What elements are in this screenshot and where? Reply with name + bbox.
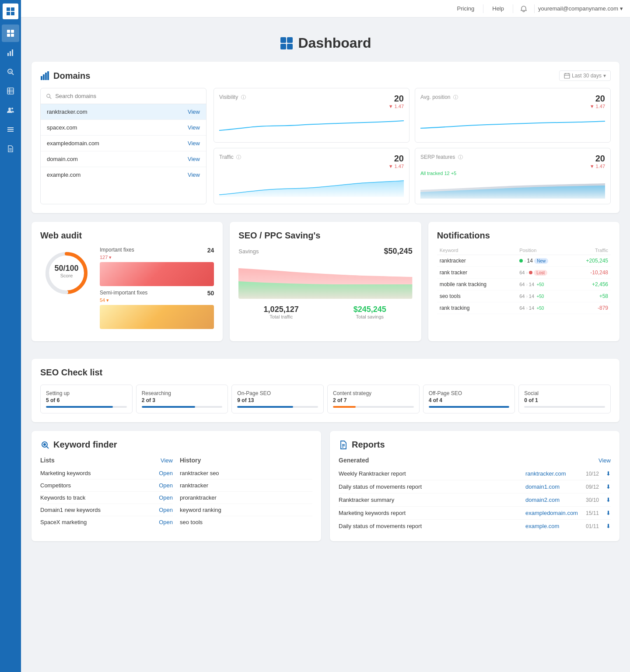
semi-important-fixes-row: Semi-important fixes 50 54 ▾ (100, 290, 214, 329)
svg-rect-1 (11, 7, 14, 11)
notifications-bell[interactable] (517, 2, 531, 16)
pricing-link[interactable]: Pricing (452, 4, 480, 14)
domain-row[interactable]: exampledomain.com View (41, 136, 206, 151)
sidebar-item-table[interactable] (2, 82, 19, 100)
sidebar-item-search[interactable]: w (2, 63, 19, 80)
checklist-item[interactable]: Social 0 of 1 (518, 385, 611, 413)
report-row: Weekly Ranktracker report ranktracker.co… (339, 467, 611, 480)
download-icon[interactable]: ⬇ (606, 510, 611, 516)
reports-icon (339, 440, 348, 450)
seo-checklist-section: SEO Check list Setting up 5 of 6 Researc… (32, 359, 620, 422)
domain-row[interactable]: ranktracker.com View (41, 104, 206, 120)
reports-generated-header: Generated View (339, 457, 611, 464)
sidebar-item-analytics[interactable] (2, 44, 19, 61)
progress-bar (524, 406, 605, 408)
kf-history-item[interactable]: ranktracker seo (180, 467, 312, 480)
sidebar-logo (3, 4, 18, 19)
checklist-item[interactable]: Setting up 5 of 6 (40, 385, 133, 413)
audit-fixes: Important fixes 24 127 ▾ Semi-important … (100, 247, 214, 332)
notif-traffic: -879 (569, 302, 611, 314)
progress-bar (333, 406, 414, 408)
nav-divider-3 (534, 4, 535, 13)
notif-position: 64 › 14 +50 (517, 279, 569, 290)
checklist-item[interactable]: Off-Page SEO 4 of 4 (423, 385, 515, 413)
notif-position: 64 › 14 +50 (517, 302, 569, 314)
svg-rect-9 (10, 51, 11, 56)
svg-rect-4 (7, 30, 10, 33)
domain-view-link[interactable]: View (188, 156, 200, 162)
checklist-item[interactable]: On-Page SEO 9 of 13 (231, 385, 324, 413)
svg-rect-22 (7, 131, 14, 132)
progress-bar (142, 406, 223, 408)
checklist-grid: Setting up 5 of 6 Researching 2 of 3 On-… (40, 385, 611, 413)
position-dot (519, 259, 523, 262)
domain-view-link[interactable]: View (188, 172, 200, 178)
visibility-chart: Visibility ⓘ 20 ▼ 1.47 (214, 88, 410, 143)
sidebar-item-list[interactable] (2, 121, 19, 138)
svg-rect-8 (7, 53, 9, 56)
kf-history-item[interactable]: proranktracker (180, 492, 312, 504)
svg-rect-30 (43, 74, 45, 80)
svg-rect-29 (41, 76, 42, 80)
svg-rect-28 (287, 44, 293, 49)
notif-row: rank tracker 64 › Lost -10,248 (437, 267, 611, 279)
kf-list-item[interactable]: SpaceX marketing Open (40, 516, 173, 528)
kf-list-item[interactable]: Domain1 new keywords Open (40, 504, 173, 516)
savings-chart (238, 259, 412, 299)
domains-search-input[interactable] (55, 93, 201, 99)
download-icon[interactable]: ⬇ (606, 483, 611, 490)
sidebar: w (0, 0, 21, 560)
kf-list-item[interactable]: Keywords to track Open (40, 492, 173, 504)
svg-text:w: w (9, 70, 12, 73)
domains-list: ranktracker.com View spacex.com View exa… (40, 88, 206, 204)
reports-view-link[interactable]: View (598, 457, 611, 464)
report-row: Marketing keywords report exampledomain.… (339, 507, 611, 520)
download-icon[interactable]: ⬇ (606, 523, 611, 529)
domain-view-link[interactable]: View (188, 108, 200, 115)
kf-history-item[interactable]: ranktracker (180, 480, 312, 492)
sidebar-item-dashboard[interactable] (2, 24, 19, 42)
keyword-finder-grid: Lists View Marketing keywords Open Compe… (40, 457, 312, 528)
kf-list-item[interactable]: Competitors Open (40, 480, 173, 492)
kf-history-item[interactable]: keyword ranking (180, 504, 312, 516)
nav-divider-2 (513, 4, 513, 13)
domain-row[interactable]: domain.com View (41, 151, 206, 167)
notif-traffic: +205,245 (569, 255, 611, 267)
main-content: Dashboard Domains Last 30 days (21, 18, 630, 560)
visibility-chart-area (219, 111, 404, 137)
svg-rect-14 (7, 88, 14, 94)
kf-list-item[interactable]: Marketing keywords Open (40, 467, 173, 480)
traffic-chart-area (219, 171, 404, 197)
notif-traffic: -10,248 (569, 267, 611, 279)
kf-lists-header: Lists View (40, 457, 173, 464)
notifications-section: Notifications Keyword Position Traffic r… (428, 222, 620, 341)
domain-row[interactable]: example.com View (41, 167, 206, 182)
sidebar-item-document[interactable] (2, 140, 19, 158)
charts-grid: Visibility ⓘ 20 ▼ 1.47 (214, 88, 611, 204)
page-header: Dashboard (32, 28, 620, 62)
kf-history-item[interactable]: seo tools (180, 516, 312, 528)
svg-rect-21 (7, 129, 14, 130)
notif-row: rank tracking 64 › 14 +50 -879 (437, 302, 611, 314)
help-link[interactable]: Help (487, 4, 509, 14)
user-menu[interactable]: youremail@companyname.com ▾ (538, 5, 623, 12)
domain-row[interactable]: spacex.com View (41, 120, 206, 136)
svg-rect-25 (280, 37, 286, 43)
svg-rect-33 (564, 74, 570, 78)
domain-view-link[interactable]: View (188, 140, 200, 147)
sidebar-item-users[interactable] (2, 102, 19, 119)
checklist-item[interactable]: Content strategy 2 of 7 (327, 385, 420, 413)
kf-lists-view[interactable]: View (161, 457, 173, 464)
svg-point-46 (44, 444, 46, 445)
download-icon[interactable]: ⬇ (606, 497, 611, 503)
domains-title: Domains (40, 71, 90, 81)
download-icon[interactable]: ⬇ (606, 470, 611, 477)
keyword-finder-section: Keyword finder Lists View Marketing keyw… (32, 431, 321, 541)
domain-view-link[interactable]: View (188, 124, 200, 131)
checklist-item[interactable]: Researching 2 of 3 (136, 385, 228, 413)
keyword-finder-title: Keyword finder (40, 440, 312, 450)
notifications-title: Notifications (437, 231, 611, 241)
svg-rect-3 (11, 12, 14, 15)
report-row: Ranktracker summary domain2.com 30/10 ⬇ (339, 494, 611, 507)
date-filter[interactable]: Last 30 days ▾ (559, 70, 611, 81)
